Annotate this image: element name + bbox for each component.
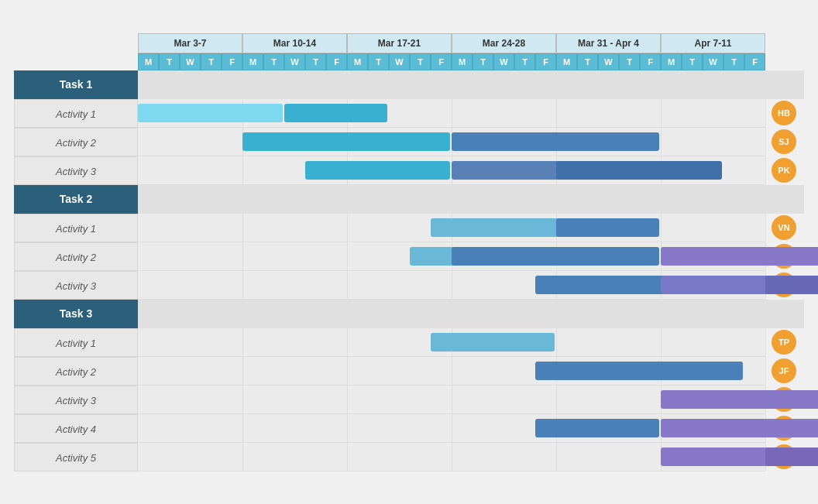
- task-label-2: Task 3: [14, 300, 138, 328]
- activity-label-2-2: Activity 3: [14, 386, 138, 414]
- bar-1-2-0: [535, 276, 680, 294]
- bar-area-2-4: [138, 443, 765, 471]
- bar-area-2-2: [138, 386, 765, 414]
- day-label: T: [410, 53, 431, 70]
- day-label: W: [493, 53, 514, 70]
- activity-label-2-1: Activity 2: [14, 357, 138, 386]
- bar-area-1-2: [138, 271, 765, 300]
- bar-1-2-2: [765, 276, 818, 294]
- bar-1-0-1: [556, 218, 659, 237]
- day-label: T: [514, 53, 535, 70]
- activity-label-0-2: Activity 3: [14, 156, 138, 185]
- activity-label-1-0: Activity 1: [14, 214, 138, 242]
- bar-0-0-0: [138, 104, 283, 122]
- activity-row-0-0: Activity 1HB: [14, 99, 804, 128]
- gantt-wrapper: Mar 3-7MTWTFMar 10-14MTWTFMar 17-21MTWTF…: [14, 18, 804, 487]
- week-label: Mar 10-14: [242, 33, 347, 53]
- day-label: F: [222, 53, 242, 70]
- week-label: Mar 24-28: [452, 33, 556, 53]
- bar-area-0-1: [138, 128, 765, 156]
- bar-area-0-2: [138, 156, 765, 185]
- task-bar-area-1: [138, 185, 765, 214]
- task-label-1: Task 2: [14, 185, 138, 214]
- day-label: T: [682, 53, 703, 70]
- day-label: T: [723, 53, 744, 70]
- day-label: W: [284, 53, 305, 70]
- day-label: M: [556, 53, 577, 70]
- activity-row-0-1: Activity 2SJ: [14, 128, 804, 156]
- avatar-0-1: SJ: [772, 129, 796, 154]
- bar-0-2-2: [556, 161, 722, 180]
- activity-row-2-3: Activity 4TP: [14, 414, 804, 443]
- bar-0-0-1: [284, 104, 387, 122]
- bar-2-3-0: [535, 419, 659, 437]
- activity-label-0-1: Activity 2: [14, 128, 138, 156]
- day-label: M: [138, 53, 159, 70]
- avatar-2-0: TP: [772, 330, 796, 355]
- activity-row-2-1: Activity 2JF: [14, 357, 804, 386]
- activity-row-1-0: Activity 1VN: [14, 214, 804, 242]
- avatar-0-2: PK: [772, 158, 796, 183]
- task-bar-area-0: [138, 70, 765, 99]
- activity-label-2-4: Activity 5: [14, 443, 138, 471]
- task-header-row-2: Task 3: [14, 300, 804, 328]
- day-label: M: [242, 53, 263, 70]
- gantt-header: Mar 3-7MTWTFMar 10-14MTWTFMar 17-21MTWTF…: [138, 33, 804, 70]
- activity-label-2-3: Activity 4: [14, 414, 138, 443]
- day-label: F: [535, 53, 556, 70]
- day-label: W: [703, 53, 723, 70]
- day-label: W: [389, 53, 410, 70]
- day-label: F: [640, 53, 661, 70]
- day-label: T: [577, 53, 598, 70]
- activity-row-1-2: Activity 3VB: [14, 271, 804, 300]
- activity-row-2-0: Activity 1TP: [14, 328, 804, 357]
- task-header-row-0: Task 1: [14, 70, 804, 99]
- day-label: M: [347, 53, 368, 70]
- bar-area-1-1: [138, 242, 765, 271]
- activity-row-2-4: Activity 5HB: [14, 443, 804, 471]
- bar-area-1-0: [138, 214, 765, 242]
- activity-row-0-2: Activity 3PK: [14, 156, 804, 185]
- day-label: T: [305, 53, 326, 70]
- day-label: M: [452, 53, 473, 70]
- bar-0-1-0: [242, 132, 450, 151]
- day-label: T: [619, 53, 640, 70]
- day-label: F: [744, 53, 765, 70]
- task-header-row-1: Task 2: [14, 185, 804, 214]
- bar-area-2-1: [138, 357, 765, 386]
- bar-area-2-0: [138, 328, 765, 357]
- day-label: T: [201, 53, 222, 70]
- bar-2-0-0: [431, 333, 555, 351]
- week-label: Mar 3-7: [138, 33, 242, 53]
- bar-2-2-0: [661, 390, 818, 409]
- day-label: T: [473, 53, 493, 70]
- bar-2-4-1: [765, 447, 818, 466]
- day-label: M: [661, 53, 682, 70]
- week-label: Mar 31 - Apr 4: [556, 33, 661, 53]
- day-label: W: [180, 53, 201, 70]
- bar-0-2-0: [305, 161, 450, 180]
- day-label: W: [598, 53, 619, 70]
- activity-label-1-2: Activity 3: [14, 271, 138, 300]
- day-label: F: [431, 53, 452, 70]
- activity-row-1-1: Activity 2AK: [14, 242, 804, 271]
- task-bar-area-2: [138, 300, 765, 328]
- bar-1-1-1: [452, 247, 659, 266]
- bar-area-0-0: [138, 99, 765, 128]
- activity-row-2-2: Activity 3MR: [14, 386, 804, 414]
- week-label: Mar 17-21: [347, 33, 452, 53]
- bar-2-1-0: [535, 362, 743, 380]
- bar-2-3-1: [661, 419, 818, 437]
- avatar-2-1: JF: [772, 358, 796, 383]
- day-label: T: [263, 53, 284, 70]
- avatar-0-0: HB: [772, 101, 796, 125]
- avatar-1-0: VN: [772, 215, 796, 240]
- week-label: Apr 7-11: [661, 33, 765, 53]
- activity-label-1-1: Activity 2: [14, 242, 138, 271]
- bar-1-1-2: [661, 247, 818, 266]
- day-label: T: [368, 53, 389, 70]
- day-label: F: [326, 53, 347, 70]
- activity-label-0-0: Activity 1: [14, 99, 138, 128]
- day-label: T: [159, 53, 180, 70]
- activity-label-2-0: Activity 1: [14, 328, 138, 357]
